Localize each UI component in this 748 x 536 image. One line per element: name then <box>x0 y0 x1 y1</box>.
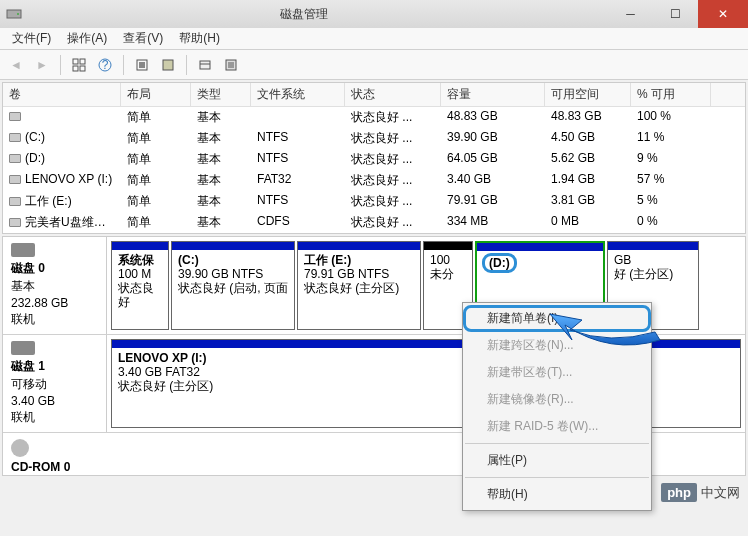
volume-row[interactable]: (C:)简单基本NTFS状态良好 ...39.90 GB4.50 GB11 % <box>3 128 745 149</box>
disk-size: 3.40 GB <box>11 394 98 408</box>
disk-name: CD-ROM 0 <box>11 460 99 474</box>
disk-sub: DVD (F:) <box>11 475 99 476</box>
volume-icon <box>9 175 21 184</box>
svg-rect-10 <box>163 60 173 70</box>
menu-separator <box>465 477 649 478</box>
svg-rect-2 <box>73 59 78 64</box>
volume-row[interactable]: 工作 (E:)简单基本NTFS状态良好 ...79.91 GB3.81 GB5 … <box>3 191 745 212</box>
close-button[interactable]: ✕ <box>698 0 748 28</box>
menu-properties[interactable]: 属性(P) <box>463 447 651 474</box>
refresh-icon[interactable] <box>130 53 154 77</box>
partition-c[interactable]: (C:)39.90 GB NTFS状态良好 (启动, 页面 <box>171 241 295 330</box>
volume-header: 卷 布局 类型 文件系统 状态 容量 可用空间 % 可用 <box>3 83 745 107</box>
disk-state: 联机 <box>11 311 98 328</box>
partition-primary-indicator <box>112 242 168 250</box>
minimize-button[interactable]: ─ <box>608 0 653 28</box>
watermark-text: 中文网 <box>701 484 740 502</box>
disk-type: 可移动 <box>11 376 98 393</box>
partition-primary-indicator <box>477 243 603 251</box>
menu-action[interactable]: 操作(A) <box>59 28 115 49</box>
disk-mgmt-icon <box>6 6 22 22</box>
context-menu: 新建简单卷(I)... 新建跨区卷(N)... 新建带区卷(T)... 新建镜像… <box>462 302 652 511</box>
partition-primary-indicator <box>172 242 294 250</box>
disk-size: 232.88 GB <box>11 296 98 310</box>
menu-file[interactable]: 文件(F) <box>4 28 59 49</box>
disk-icon <box>11 243 35 257</box>
separator <box>123 55 124 75</box>
forward-button[interactable]: ► <box>30 53 54 77</box>
menu-new-simple-volume[interactable]: 新建简单卷(I)... <box>463 305 651 332</box>
volume-icon <box>9 197 21 206</box>
svg-rect-5 <box>80 66 85 71</box>
maximize-button[interactable]: ☐ <box>653 0 698 28</box>
disk-info-0[interactable]: 磁盘 0 基本 232.88 GB 联机 <box>3 237 107 334</box>
col-cap[interactable]: 容量 <box>441 83 545 106</box>
menu-new-spanned-volume: 新建跨区卷(N)... <box>463 332 651 359</box>
partition-d-label: (D:) <box>483 254 516 272</box>
disk-info-1[interactable]: 磁盘 1 可移动 3.40 GB 联机 <box>3 335 107 432</box>
menu-help[interactable]: 帮助(H) <box>171 28 228 49</box>
volume-icon <box>9 154 21 163</box>
separator <box>186 55 187 75</box>
separator <box>60 55 61 75</box>
help-icon[interactable]: ? <box>93 53 117 77</box>
partition-unalloc-indicator <box>424 242 472 250</box>
menu-new-striped-volume: 新建带区卷(T)... <box>463 359 651 386</box>
volume-list[interactable]: 卷 布局 类型 文件系统 状态 容量 可用空间 % 可用 简单基本状态良好 ..… <box>2 82 746 234</box>
col-pct[interactable]: % 可用 <box>631 83 711 106</box>
volume-icon <box>9 218 21 227</box>
partition-sysres[interactable]: 系统保100 M状态良好 <box>111 241 169 330</box>
partition-e[interactable]: 工作 (E:)79.91 GB NTFS状态良好 (主分区) <box>297 241 421 330</box>
col-layout[interactable]: 布局 <box>121 83 191 106</box>
col-status[interactable]: 状态 <box>345 83 441 106</box>
menubar: 文件(F) 操作(A) 查看(V) 帮助(H) <box>0 28 748 50</box>
volume-row[interactable]: 系统保留简单基本NTFS状态良好 ...100 MB61 MB61 % <box>3 233 745 234</box>
titlebar: 磁盘管理 ─ ☐ ✕ <box>0 0 748 28</box>
view-icon[interactable] <box>67 53 91 77</box>
watermark-badge: php <box>661 483 697 502</box>
watermark: php 中文网 <box>661 483 740 502</box>
menu-view[interactable]: 查看(V) <box>115 28 171 49</box>
disk-state: 联机 <box>11 409 98 426</box>
svg-point-1 <box>17 13 19 15</box>
volume-row[interactable]: 完美者U盘维护系...简单基本CDFS状态良好 ...334 MB0 MB0 % <box>3 212 745 233</box>
partition-primary-indicator <box>298 242 420 250</box>
partition-primary-indicator <box>608 242 698 250</box>
disk-icon <box>11 341 35 355</box>
svg-rect-9 <box>139 62 145 68</box>
properties-icon[interactable] <box>156 53 180 77</box>
svg-rect-11 <box>200 61 210 69</box>
col-type[interactable]: 类型 <box>191 83 251 106</box>
disk-name: 磁盘 0 <box>11 260 98 277</box>
volume-icon <box>9 133 21 142</box>
svg-rect-3 <box>80 59 85 64</box>
col-free[interactable]: 可用空间 <box>545 83 631 106</box>
volume-row[interactable]: (D:)简单基本NTFS状态良好 ...64.05 GB5.62 GB9 % <box>3 149 745 170</box>
action-icon[interactable] <box>193 53 217 77</box>
menu-new-raid5-volume: 新建 RAID-5 卷(W)... <box>463 413 651 440</box>
disk-name: 磁盘 1 <box>11 358 98 375</box>
menu-separator <box>465 443 649 444</box>
menu-new-mirrored-volume: 新建镜像卷(R)... <box>463 386 651 413</box>
svg-text:?: ? <box>102 58 109 72</box>
volume-row[interactable]: 简单基本状态良好 ...48.83 GB48.83 GB100 % <box>3 107 745 128</box>
volume-icon <box>9 112 21 121</box>
cdrom-icon <box>11 439 29 457</box>
disk-info-cd[interactable]: CD-ROM 0 DVD (F:) 无媒体 <box>3 433 107 476</box>
toolbar: ◄ ► ? <box>0 50 748 80</box>
svg-rect-4 <box>73 66 78 71</box>
volume-row[interactable]: LENOVO XP (I:)简单基本FAT32状态良好 ...3.40 GB1.… <box>3 170 745 191</box>
col-fs[interactable]: 文件系统 <box>251 83 345 106</box>
window-title: 磁盘管理 <box>0 6 608 23</box>
menu-help[interactable]: 帮助(H) <box>463 481 651 508</box>
disk-type: 基本 <box>11 278 98 295</box>
col-volume[interactable]: 卷 <box>3 83 121 106</box>
back-button[interactable]: ◄ <box>4 53 28 77</box>
settings-icon[interactable] <box>219 53 243 77</box>
